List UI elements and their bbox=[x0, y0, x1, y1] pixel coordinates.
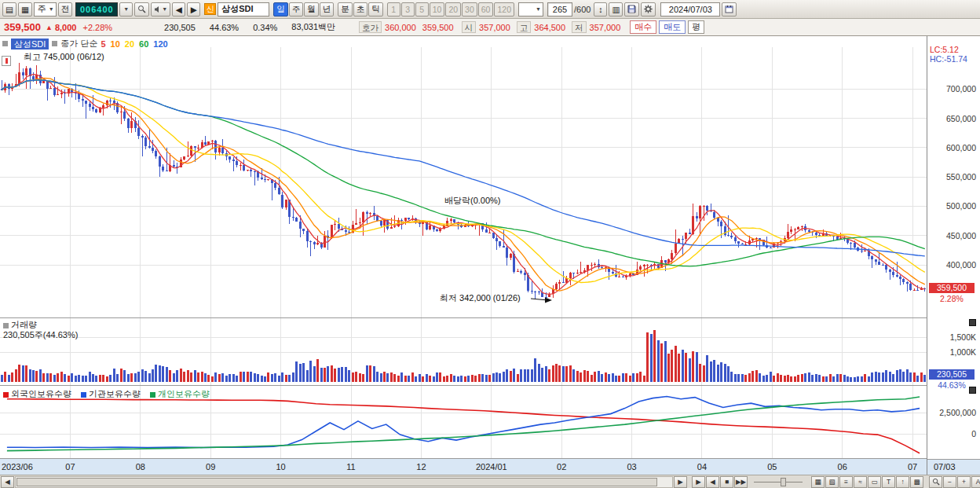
chevron-down-icon: ▼ bbox=[162, 6, 167, 12]
calendar-icon[interactable] bbox=[722, 2, 737, 17]
timeframe-combo[interactable]: 주 ▼ bbox=[34, 2, 57, 17]
x-axis-label: 2024/01 bbox=[476, 462, 507, 471]
chart-tool-icon-5[interactable]: T bbox=[882, 476, 895, 488]
interval-button-2[interactable]: 5 bbox=[415, 2, 429, 17]
save-icon[interactable] bbox=[624, 2, 639, 17]
interval-button-7[interactable]: 120 bbox=[494, 2, 514, 17]
avg-button[interactable]: 평 bbox=[688, 20, 704, 34]
bottom-scrollbar: ◀ ▶ ▶◀■▶▶ ▦▧≡≈▭T↑▩ − + A bbox=[0, 475, 980, 488]
chevron-down-icon: ▼ bbox=[536, 6, 541, 12]
buy-button[interactable]: 매수 bbox=[630, 20, 656, 34]
open-label: 시 bbox=[462, 21, 477, 33]
price-axis-label: 500,000 bbox=[946, 201, 976, 211]
scroll-left-button[interactable]: ◀ bbox=[1, 476, 14, 488]
holdings-legend: 외국인보유수량기관보유수량개인보유수량 bbox=[3, 388, 210, 400]
chart-tool-icon-2[interactable]: ≡ bbox=[839, 476, 853, 488]
timeframe-combo-value: 주 bbox=[38, 3, 46, 15]
ma-type-label: 종가 단순 bbox=[60, 38, 97, 50]
legend-square-icon bbox=[3, 323, 9, 328]
unit-button-1[interactable]: 초 bbox=[353, 2, 368, 17]
chart-tool-icon-7[interactable]: ▩ bbox=[910, 476, 923, 488]
next-stock-button[interactable]: ▶ bbox=[187, 2, 200, 17]
price-axis-label: 700,000 bbox=[946, 84, 976, 94]
sell-button[interactable]: 매도 bbox=[659, 20, 686, 34]
chart-tool-icon-0[interactable]: ▦ bbox=[811, 476, 825, 488]
x-axis-label: 06 bbox=[838, 462, 847, 471]
ma-legend-120: 120 bbox=[153, 39, 167, 49]
period-button-0[interactable]: 일 bbox=[273, 2, 288, 17]
holdings-legend-item: 기관보유수량 bbox=[81, 388, 141, 400]
holdings-legend-item: 외국인보유수량 bbox=[3, 388, 71, 400]
holdings-line bbox=[7, 397, 920, 451]
code-dropdown-button[interactable]: ▼ bbox=[119, 2, 133, 17]
interval-button-4[interactable]: 20 bbox=[445, 2, 461, 17]
zoom-out-button[interactable]: − bbox=[943, 476, 956, 488]
period-button-group: 일주월년 bbox=[273, 2, 334, 17]
scrollbar-track[interactable] bbox=[15, 476, 673, 488]
ma-legend-20: 20 bbox=[125, 39, 134, 49]
chart-nav-button-3[interactable]: ▶▶ bbox=[734, 476, 748, 488]
chart-area: 2023/060708091011122024/01020304050607최고… bbox=[0, 36, 980, 475]
panel-resize-button[interactable] bbox=[969, 319, 976, 326]
low-annotation-arrowhead bbox=[545, 298, 552, 303]
unit-button-2[interactable]: 틱 bbox=[368, 2, 383, 17]
interval-button-5[interactable]: 30 bbox=[462, 2, 477, 17]
price-chart-canvas[interactable]: 2023/060708091011122024/01020304050607최고… bbox=[0, 36, 927, 475]
prev-stock-button[interactable]: ◀ bbox=[172, 2, 185, 17]
stock-code-input[interactable]: 006400 bbox=[75, 2, 118, 17]
date-input[interactable]: 2024/07/03 bbox=[660, 2, 720, 17]
zoom-search-icon[interactable] bbox=[929, 476, 942, 488]
grid-settings-icon[interactable]: ▥ bbox=[609, 2, 623, 17]
x-axis-label: 05 bbox=[767, 462, 777, 471]
period-button-1[interactable]: 주 bbox=[289, 2, 304, 17]
legend-square-icon bbox=[52, 41, 57, 46]
window-style-icon[interactable]: ▤ bbox=[2, 2, 16, 17]
candle-count-field[interactable]: 265 bbox=[547, 2, 572, 17]
hoga-label: 호가 bbox=[359, 21, 382, 33]
period-button-3[interactable]: 년 bbox=[320, 2, 335, 17]
zoom-in-button[interactable]: + bbox=[957, 476, 971, 488]
x-axis-label: 09 bbox=[206, 462, 215, 471]
credit-badge: 신 bbox=[204, 3, 216, 15]
unit-button-0[interactable]: 분 bbox=[338, 2, 353, 17]
vertical-zoom-icon[interactable]: ↕ bbox=[594, 2, 607, 17]
search-icon[interactable] bbox=[134, 2, 149, 17]
dividend-annotation: 배당락(0.00%) bbox=[444, 196, 501, 205]
auto-scale-button[interactable]: A bbox=[971, 476, 980, 488]
chart-nav-button-1[interactable]: ◀ bbox=[706, 476, 719, 488]
stock-name-field[interactable]: 삼성SDI bbox=[218, 2, 269, 17]
candlestick-series bbox=[1, 63, 927, 299]
panel-resize-button[interactable] bbox=[969, 387, 976, 394]
symbol-chip[interactable]: 삼성SDI bbox=[11, 39, 49, 50]
period-button-2[interactable]: 월 bbox=[304, 2, 319, 17]
chart-tool-icon-1[interactable]: ▧ bbox=[825, 476, 839, 488]
slider-handle[interactable] bbox=[781, 478, 786, 486]
interval-button-6[interactable]: 60 bbox=[478, 2, 494, 17]
sound-icon[interactable]: ▼ bbox=[151, 2, 170, 17]
chart-tool-icon-4[interactable]: ▭ bbox=[868, 476, 881, 488]
price-axis-label: 400,000 bbox=[946, 260, 976, 270]
interval-button-1[interactable]: 3 bbox=[401, 2, 415, 17]
interval-button-0[interactable]: 1 bbox=[387, 2, 400, 17]
chart-nav-button-0[interactable]: ▶ bbox=[692, 476, 705, 488]
main-chart-legend: 삼성SDI 종가 단순 5102060120 bbox=[2, 38, 173, 50]
scrollbar-thumb[interactable] bbox=[16, 478, 657, 486]
volume-legend: 거래량 230,505주(44.63%) bbox=[3, 320, 78, 340]
interval-button-3[interactable]: 10 bbox=[430, 2, 445, 17]
current-volume-badge: 230,505 bbox=[929, 369, 975, 380]
chart-type-icon[interactable]: ▦ bbox=[18, 2, 32, 17]
holdings-lines bbox=[7, 397, 920, 453]
x-axis-label: 08 bbox=[136, 462, 145, 471]
scroll-right-button[interactable]: ▶ bbox=[674, 476, 687, 488]
open-price: 357,000 bbox=[479, 23, 510, 32]
extra-combo[interactable]: ▼ bbox=[518, 2, 543, 17]
price-change-pct: +2.28% bbox=[82, 23, 112, 32]
speed-slider[interactable] bbox=[754, 476, 803, 488]
prev-screen-button[interactable]: 전 bbox=[58, 2, 73, 17]
chart-tool-icon-3[interactable]: ≈ bbox=[854, 476, 867, 488]
chart-tool-icon-6[interactable]: ↑ bbox=[896, 476, 909, 488]
chart-nav-button-2[interactable]: ■ bbox=[720, 476, 733, 488]
price-axis-label: 650,000 bbox=[946, 114, 976, 123]
price-axis-label: 450,000 bbox=[946, 231, 976, 240]
settings-gear-icon[interactable] bbox=[641, 2, 656, 17]
